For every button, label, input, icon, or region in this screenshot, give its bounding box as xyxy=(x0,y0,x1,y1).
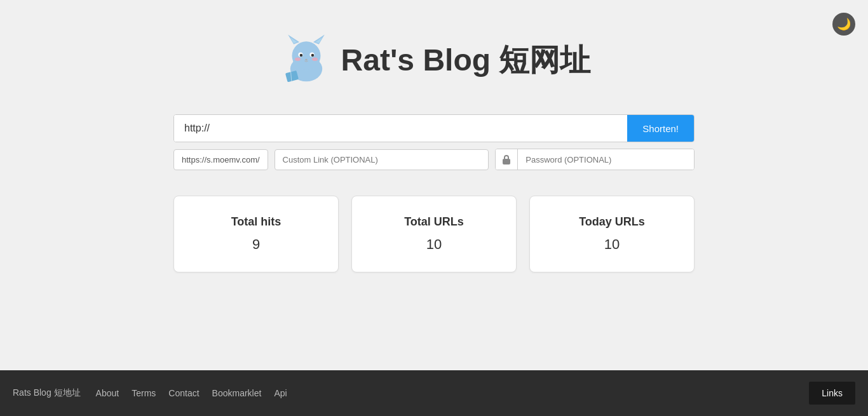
stat-value-total-hits: 9 xyxy=(187,236,325,253)
lock-icon xyxy=(496,149,518,170)
url-form: Shorten! https://s.moemv.com/ xyxy=(173,114,695,170)
footer-nav-about[interactable]: About xyxy=(96,388,119,398)
stat-value-total-urls: 10 xyxy=(365,236,503,253)
svg-point-10 xyxy=(295,58,301,61)
footer-nav: About Terms Contact Bookmarklet Api xyxy=(96,388,287,398)
stat-label-total-urls: Total URLs xyxy=(365,215,503,229)
stat-card-total-hits: Total hits 9 xyxy=(173,196,339,272)
stat-value-today-urls: 10 xyxy=(543,236,681,253)
footer: Rats Blog 短地址 About Terms Contact Bookma… xyxy=(0,370,868,416)
footer-nav-terms[interactable]: Terms xyxy=(132,388,156,398)
main-content: 🌙 Rat's Blog xyxy=(0,0,868,370)
svg-rect-15 xyxy=(503,159,510,164)
svg-point-1 xyxy=(292,41,320,70)
cat-mascot-icon xyxy=(278,32,335,89)
footer-nav-contact[interactable]: Contact xyxy=(168,388,199,398)
shorten-button[interactable]: Shorten! xyxy=(627,115,694,142)
site-title: Rat's Blog 短网址 xyxy=(341,40,591,81)
footer-nav-api[interactable]: Api xyxy=(274,388,287,398)
footer-left: Rats Blog 短地址 About Terms Contact Bookma… xyxy=(13,387,287,399)
links-button[interactable]: Links xyxy=(809,382,855,405)
base-url-label: https://s.moemv.com/ xyxy=(173,149,268,170)
custom-link-input[interactable] xyxy=(275,149,489,170)
stat-label-total-hits: Total hits xyxy=(187,215,325,229)
svg-point-9 xyxy=(311,54,314,57)
stat-label-today-urls: Today URLs xyxy=(543,215,681,229)
svg-point-11 xyxy=(312,58,318,61)
password-input[interactable] xyxy=(518,149,694,170)
footer-nav-bookmarklet[interactable]: Bookmarklet xyxy=(212,388,262,398)
stat-card-total-urls: Total URLs 10 xyxy=(351,196,517,272)
svg-rect-13 xyxy=(285,70,299,83)
stat-card-today-urls: Today URLs 10 xyxy=(529,196,695,272)
svg-point-12 xyxy=(305,59,308,61)
url-input[interactable] xyxy=(174,115,627,142)
footer-brand: Rats Blog 短地址 xyxy=(13,387,81,399)
logo-area: Rat's Blog 短网址 xyxy=(278,32,591,89)
svg-point-8 xyxy=(299,54,302,57)
stats-row: Total hits 9 Total URLs 10 Today URLs 10 xyxy=(173,196,695,272)
url-main-row: Shorten! xyxy=(173,114,695,142)
dark-mode-button[interactable]: 🌙 xyxy=(832,13,855,36)
url-options-row: https://s.moemv.com/ xyxy=(173,149,695,170)
password-row xyxy=(495,149,695,170)
